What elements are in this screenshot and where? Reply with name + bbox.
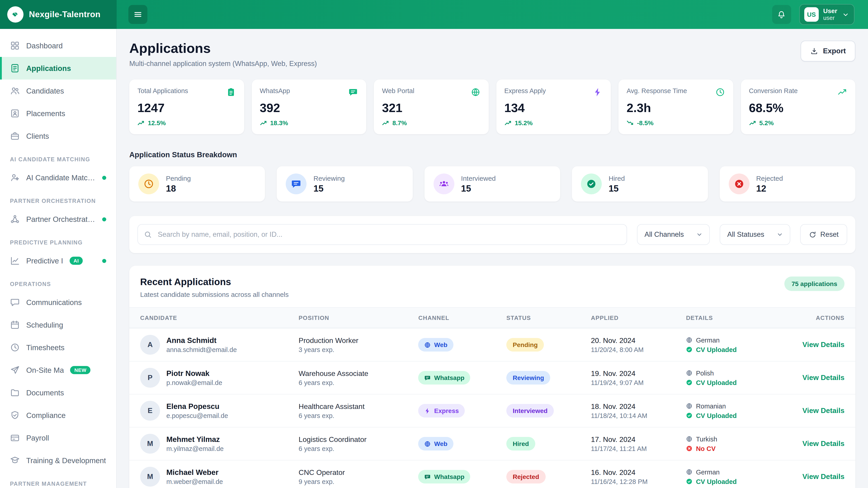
- globe-icon: [470, 87, 480, 97]
- channel-badge: Web: [418, 437, 454, 451]
- sidebar-item-placements[interactable]: Placements: [0, 102, 116, 125]
- status-card-interviewed[interactable]: Interviewed 15: [425, 166, 560, 201]
- view-details-link[interactable]: View Details: [802, 374, 844, 381]
- globe-icon: [424, 440, 431, 447]
- language-globe-icon: [686, 369, 693, 377]
- sidebar-item-applications[interactable]: Applications: [0, 57, 116, 79]
- person-star-icon: [10, 173, 20, 183]
- sidebar-item-on-site-management[interactable]: On-Site Ma NEW: [0, 359, 116, 381]
- status-card-rejected[interactable]: Rejected 12: [719, 166, 855, 201]
- status-value: 15: [313, 183, 345, 194]
- cv-check-icon: [686, 379, 693, 386]
- sidebar-section-ai-candidate-matching: AI CANDIDATE MATCHING: [0, 147, 116, 166]
- position: Production Worker: [299, 336, 418, 345]
- cv-status: No CV: [696, 445, 716, 452]
- applied-datetime: 11/16/24, 12:28 PM: [591, 478, 686, 485]
- channel-badge: Whatsapp: [418, 470, 470, 484]
- search-wrap: [137, 224, 627, 245]
- candidate-name: Mehmet Yilmaz: [166, 435, 223, 444]
- chevron-down-icon: [776, 231, 783, 238]
- notifications-button[interactable]: [772, 5, 791, 24]
- sidebar-item-dashboard[interactable]: Dashboard: [0, 34, 116, 57]
- user-menu[interactable]: US User user: [799, 4, 855, 25]
- view-details-link[interactable]: View Details: [802, 341, 844, 348]
- channel-label: Web: [434, 440, 447, 447]
- status-dot: [102, 259, 106, 263]
- experience: 3 years exp.: [299, 346, 418, 353]
- position: Warehouse Associate: [299, 369, 418, 378]
- sidebar-item-partner-orchestration[interactable]: Partner Orchestration: [0, 208, 116, 230]
- channel-badge: Express: [418, 404, 465, 418]
- candidate-language: Turkish: [696, 435, 717, 443]
- status-badge: Interviewed: [506, 404, 554, 418]
- stat-trend: 15.2%: [515, 119, 532, 127]
- sidebar-item-label: Timesheets: [26, 343, 64, 352]
- stat-value: 1247: [137, 101, 236, 115]
- sidebar-item-ai-candidate-matching[interactable]: AI Candidate Matching: [0, 166, 116, 189]
- status-badge: Pending: [506, 338, 544, 352]
- stat-card-express-apply: Express Apply 134 15.2%: [496, 79, 611, 134]
- applied-datetime: 11/20/24, 8:00 AM: [591, 346, 686, 353]
- table-row: E Elena Popescu e.popescu@email.de Healt…: [129, 394, 855, 427]
- sidebar-item-training-development[interactable]: Training & Development: [0, 449, 116, 472]
- status-card-hired[interactable]: Hired 15: [572, 166, 708, 201]
- position: CNC Operator: [299, 468, 418, 477]
- experience: 6 years exp.: [299, 445, 418, 452]
- menu-button[interactable]: [128, 5, 147, 24]
- applied-date: 19. Nov. 2024: [591, 369, 686, 378]
- language-globe-icon: [686, 468, 693, 475]
- hub-icon: [10, 214, 20, 224]
- applications-icon: [10, 63, 20, 73]
- view-details-link[interactable]: View Details: [802, 473, 844, 480]
- view-details-link[interactable]: View Details: [802, 407, 844, 414]
- avatar: US: [804, 7, 819, 22]
- chat-icon: [348, 87, 358, 97]
- globe-icon: [424, 341, 431, 348]
- column-header-applied: APPLIED: [591, 314, 686, 321]
- sidebar-item-label: Dashboard: [26, 41, 63, 50]
- sidebar-item-clients[interactable]: Clients: [0, 125, 116, 147]
- search-input[interactable]: [137, 224, 627, 245]
- reset-label: Reset: [820, 230, 839, 238]
- stat-card-conversion-rate: Conversion Rate 68.5% 5.2%: [741, 79, 855, 134]
- sidebar-item-communications[interactable]: Communications: [0, 291, 116, 314]
- handshake-logo-icon: [7, 6, 24, 23]
- reset-button[interactable]: Reset: [800, 224, 847, 245]
- status-breakdown-row: Pending 18 Reviewing 15 Interviewed 15: [129, 166, 855, 201]
- sidebar-item-label: Payroll: [26, 433, 49, 442]
- sidebar-item-documents[interactable]: Documents: [0, 381, 116, 404]
- candidate-language: German: [696, 336, 720, 344]
- cv-check-icon: [686, 478, 693, 485]
- channel-filter-value: All Channels: [645, 230, 684, 238]
- sidebar-item-predictive-planning[interactable]: Predictive I AI: [0, 250, 116, 272]
- stat-label: Express Apply: [504, 87, 546, 94]
- stat-label: Web Portal: [382, 87, 414, 94]
- channel-filter-select[interactable]: All Channels: [637, 224, 710, 245]
- sidebar-item-payroll[interactable]: Payroll: [0, 427, 116, 449]
- status-card-pending[interactable]: Pending 18: [129, 166, 265, 201]
- status-breakdown-title: Application Status Breakdown: [129, 151, 855, 159]
- view-details-link[interactable]: View Details: [802, 440, 844, 447]
- experience: 6 years exp.: [299, 412, 418, 419]
- applied-date: 18. Nov. 2024: [591, 402, 686, 411]
- trend-down-icon: [627, 120, 634, 126]
- avatar: M: [140, 467, 160, 487]
- stat-value: 134: [504, 101, 602, 115]
- status-filter-select[interactable]: All Statuses: [719, 224, 790, 245]
- chart-line-icon: [10, 256, 20, 266]
- status-badge: Rejected: [506, 470, 546, 484]
- sidebar-item-compliance[interactable]: Compliance: [0, 404, 116, 427]
- sidebar-item-scheduling[interactable]: Scheduling: [0, 314, 116, 336]
- sidebar-item-timesheets[interactable]: Timesheets: [0, 336, 116, 359]
- chevron-down-icon: [695, 231, 703, 238]
- status-card-reviewing[interactable]: Reviewing 15: [277, 166, 413, 201]
- stat-value: 68.5%: [749, 101, 847, 115]
- export-button[interactable]: Export: [801, 41, 855, 61]
- trend-up-icon: [260, 120, 267, 126]
- refresh-icon: [809, 231, 816, 238]
- sidebar-item-candidates[interactable]: Candidates: [0, 79, 116, 102]
- chat-icon: [10, 297, 20, 307]
- search-icon: [144, 230, 152, 238]
- status-dot: [102, 175, 106, 180]
- trend-up-icon: [749, 120, 756, 126]
